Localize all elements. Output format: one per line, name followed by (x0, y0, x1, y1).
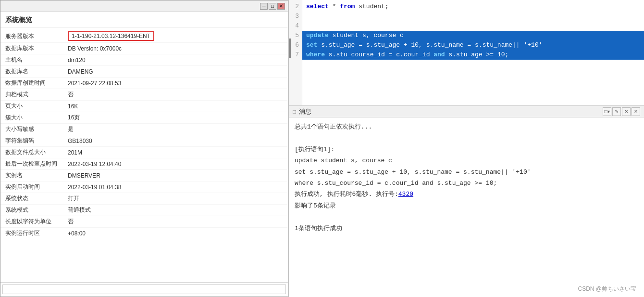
msg-tool-btn-2[interactable]: ✎ (612, 107, 621, 116)
window-titlebar: ─ □ ✕ (0, 0, 288, 12)
message-line: 1条语句执行成功 (295, 223, 638, 234)
info-row: 字符集编码GB18030 (0, 135, 288, 147)
message-icon: □ (293, 108, 296, 115)
info-row: 数据库创建时间2021-09-27 22:08:53 (0, 77, 288, 89)
messages-content: 总共1个语句正依次执行... [执行语句1]:update student s,… (289, 117, 644, 297)
info-value: 否 (68, 218, 74, 226)
code-editor: 234567 select * from student; update stu… (289, 0, 644, 106)
info-label: 数据库创建时间 (5, 79, 68, 87)
scroll-indicator (289, 39, 291, 58)
msg-tool-btn-4[interactable]: ✕ (632, 107, 640, 116)
code-line (306, 12, 640, 21)
info-row: 实例启动时间2022-03-19 01:04:38 (0, 181, 288, 193)
message-line: where s.stu_course_id = c.cour_id and s.… (295, 178, 638, 189)
code-line: set s.stu_age = s.stu_age + 10, s.stu_na… (302, 40, 644, 50)
msg-tool-btn-1[interactable]: □▾ (603, 107, 611, 116)
info-row: 主机名dm120 (0, 54, 288, 66)
line-number: 3 (292, 12, 299, 21)
messages-title-row: □ 消息 (293, 107, 311, 116)
line-number: 7 (292, 50, 299, 60)
info-label: 主机名 (5, 56, 68, 64)
code-line: where s.stu_course_id = c.cour_id and s.… (302, 50, 644, 60)
right-panel: 234567 select * from student; update stu… (288, 0, 644, 297)
info-value: 否 (68, 90, 74, 99)
left-panel: ─ □ ✕ 系统概览 服务器版本1-1-190-21.03.12-136419-… (0, 0, 288, 297)
messages-toolbar: □▾ ✎ ✕ ✕ (603, 107, 640, 116)
info-row: 数据文件总大小201M (0, 147, 288, 158)
message-line: 影响了5条记录 (295, 200, 638, 211)
messages-title: 消息 (299, 107, 311, 116)
message-line: update student s, course c (295, 155, 638, 166)
info-value: +08:00 (68, 230, 86, 237)
info-row: 实例名DMSERVER (0, 170, 288, 181)
maximize-button[interactable]: □ (269, 3, 276, 10)
message-line: 执行成功, 执行耗时6毫秒. 执行号:4320 (295, 189, 638, 200)
info-label: 数据库名 (5, 67, 68, 76)
watermark: CSDN @帅ちいさい宝 (578, 285, 636, 293)
info-label: 服务器版本 (5, 32, 68, 40)
info-row: 最后一次检查点时间2022-03-19 12:04:40 (0, 158, 288, 170)
message-line (295, 211, 638, 222)
info-row: 实例运行时区+08:00 (0, 228, 288, 239)
info-row: 簇大小16页 (0, 112, 288, 124)
bottom-input-field[interactable] (2, 284, 286, 294)
minimize-button[interactable]: ─ (260, 3, 268, 10)
info-label: 数据库版本 (5, 44, 68, 52)
msg-tool-btn-3[interactable]: ✕ (622, 107, 631, 116)
info-label: 大小写敏感 (5, 125, 68, 133)
info-value: 16K (68, 103, 78, 110)
info-value: DB Version: 0x7000c (68, 45, 122, 52)
bottom-input-area (0, 282, 288, 297)
info-label: 页大小 (5, 102, 68, 110)
info-value: 2021-09-27 22:08:53 (68, 80, 121, 87)
close-button[interactable]: ✕ (277, 3, 285, 10)
info-label: 长度以字符为单位 (5, 218, 68, 226)
info-label: 实例启动时间 (5, 183, 68, 191)
info-label: 数据文件总大小 (5, 148, 68, 156)
info-value: 打开 (68, 194, 79, 203)
window-controls: ─ □ ✕ (260, 3, 285, 10)
info-row: 大小写敏感是 (0, 124, 288, 135)
info-value: 1-1-190-21.03.12-136419-ENT (68, 31, 154, 41)
info-value: dm120 (68, 57, 86, 64)
info-value: 16页 (68, 114, 80, 122)
info-value: DAMENG (68, 68, 93, 75)
line-number: 5 (292, 31, 299, 40)
code-content: 234567 select * from student; update stu… (289, 0, 644, 105)
info-label: 实例名 (5, 171, 68, 180)
info-label: 归档模式 (5, 90, 68, 99)
info-row: 数据库名DAMENG (0, 66, 288, 77)
info-value: 201M (68, 149, 82, 156)
info-label: 字符集编码 (5, 137, 68, 145)
info-row: 系统状态打开 (0, 193, 288, 205)
message-line: set s.stu_age = s.stu_age + 10, s.stu_na… (295, 167, 638, 178)
messages-panel: □ 消息 □▾ ✎ ✕ ✕ 总共1个语句正依次执行... [执行语句1]:upd… (289, 106, 644, 297)
message-line: [执行语句1]: (295, 144, 638, 155)
messages-header: □ 消息 □▾ ✎ ✕ ✕ (289, 106, 644, 117)
line-number: 2 (292, 2, 299, 12)
info-value: 是 (68, 125, 74, 133)
code-lines[interactable]: select * from student; update student s,… (302, 0, 644, 105)
message-line: 总共1个语句正依次执行... (295, 121, 638, 132)
info-row: 系统模式普通模式 (0, 205, 288, 216)
info-table: 服务器版本1-1-190-21.03.12-136419-ENT数据库版本DB … (0, 28, 288, 282)
info-row: 页大小16K (0, 101, 288, 112)
code-line: select * from student; (306, 2, 640, 12)
message-line (295, 132, 638, 143)
info-value: DMSERVER (68, 172, 100, 179)
code-line (306, 21, 640, 31)
code-line: update student s, course c (302, 31, 644, 40)
info-value: GB18030 (68, 138, 92, 144)
info-row: 归档模式否 (0, 89, 288, 101)
info-row: 服务器版本1-1-190-21.03.12-136419-ENT (0, 30, 288, 43)
section-title: 系统概览 (0, 12, 288, 28)
info-row: 数据库版本DB Version: 0x7000c (0, 43, 288, 54)
info-label: 系统模式 (5, 206, 68, 214)
info-label: 实例运行时区 (5, 229, 68, 237)
message-link[interactable]: 4320 (398, 191, 413, 198)
info-value: 2022-03-19 12:04:40 (68, 161, 121, 168)
line-numbers: 234567 (289, 0, 302, 105)
info-value: 2022-03-19 01:04:38 (68, 184, 121, 191)
info-label: 簇大小 (5, 114, 68, 122)
info-value: 普通模式 (68, 206, 91, 214)
